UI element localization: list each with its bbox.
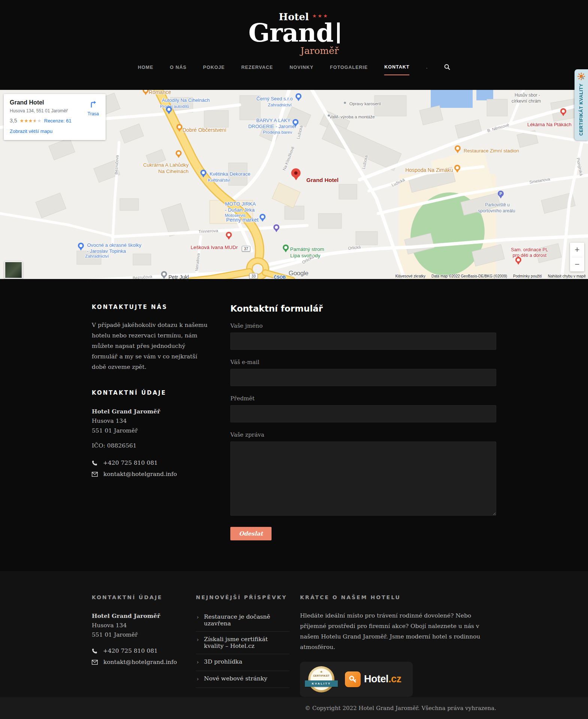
footer-post-link[interactable]: ›Získali jsme certifikát kvality – Hotel… <box>196 632 290 654</box>
hotelcz-logo[interactable]: Hotel.cz <box>345 671 401 687</box>
site-logo[interactable]: Hotel★★★ Grand Jaroměř <box>248 0 340 56</box>
submit-button[interactable]: Odeslat <box>230 527 272 540</box>
map-poi-label[interactable]: Romance <box>149 90 171 95</box>
nav-rezervace[interactable]: REZERVACE <box>241 65 273 75</box>
map-poi-label[interactable]: Památný strom <box>290 246 324 252</box>
message-textarea[interactable] <box>230 442 496 516</box>
map-pin-orange-icon[interactable] <box>455 145 461 151</box>
map-poi-label[interactable]: Petr Jukl <box>169 274 189 279</box>
map-pin-blue-icon[interactable] <box>166 106 172 112</box>
reviews-link[interactable]: Recenze: 61 <box>44 118 72 124</box>
address-line-2: 551 01 Jaroměř <box>92 426 212 436</box>
map-pin-purple-icon[interactable]: P <box>498 191 504 197</box>
map-pin-blue-icon[interactable] <box>260 214 266 220</box>
map-poi-label[interactable]: Restaurace Zimní stadion <box>464 148 519 154</box>
map-poi-label[interactable]: Ovocné a okrasné školky <box>87 242 141 248</box>
zoom-in-button[interactable]: + <box>570 243 584 257</box>
map-pin-ev-icon[interactable] <box>273 224 279 230</box>
footer-phone-number[interactable]: +420 725 810 081 <box>103 647 158 654</box>
map-poi-label[interactable]: Na Cihelnách <box>158 169 188 174</box>
contact-us-heading: KONTAKTUJTE NÁS <box>92 304 212 310</box>
google-map[interactable]: RomanceAutodily Na CihelnáchProdej autod… <box>0 90 588 279</box>
map-poi-label[interactable]: Lešková Ivana MUDr <box>191 245 238 250</box>
map-poi-label[interactable]: Zahradnictví <box>85 254 109 258</box>
name-input[interactable] <box>230 333 496 350</box>
map-pin-blue-icon[interactable] <box>293 119 298 125</box>
map-pin-dot-icon[interactable] <box>343 101 346 104</box>
email-input[interactable] <box>230 369 496 386</box>
satellite-view-toggle[interactable] <box>4 261 22 279</box>
zoom-out-button[interactable]: − <box>570 257 584 271</box>
map-pin-gray-icon[interactable] <box>161 271 167 277</box>
attribution-item[interactable]: Klávesové zkratky <box>395 274 425 278</box>
map-pin-red-icon[interactable] <box>560 108 566 114</box>
map-poi-label[interactable]: DROGERIE - Jaroměř <box>248 124 297 129</box>
map-pin-orange-icon[interactable] <box>454 165 460 171</box>
email-address[interactable]: kontakt@hotelgrand.info <box>103 471 177 477</box>
map-pin-green-icon[interactable] <box>283 245 289 251</box>
map-poi-label[interactable]: - Jaroslav Topinka <box>87 248 126 254</box>
map-poi-label[interactable]: sportovního areálu <box>478 208 515 213</box>
star-icon: ★ <box>37 118 42 124</box>
map-pin-orange-icon[interactable] <box>176 124 182 130</box>
quality-certificate-badge[interactable]: ★ CERTIFIKÁT KVALITY <box>308 666 334 692</box>
street-label: B. Němcové <box>487 122 510 133</box>
directions-button[interactable]: Trasa <box>88 100 99 116</box>
google-logo[interactable]: Google <box>288 270 308 277</box>
footer-email-address[interactable]: kontakt@hotelgrand.info <box>103 659 177 665</box>
map-pin-red-icon[interactable] <box>515 257 521 263</box>
map-poi-label[interactable]: Květinářství <box>208 178 230 182</box>
map-poi-label[interactable]: Prodej autodílů <box>160 104 189 109</box>
map-poi-label[interactable]: Hospoda Na Zimáku <box>405 167 453 173</box>
search-icon[interactable] <box>444 64 450 71</box>
attribution-item[interactable]: Podmínky použití <box>513 274 542 278</box>
map-poi-label[interactable]: MOTO JIRKA <box>225 201 256 207</box>
map-poi-label[interactable]: Lékárna Na Ptákách <box>527 122 572 127</box>
footer-post-link[interactable]: ›3D prohlídka <box>196 654 290 671</box>
latest-posts-heading: NEJNOVĚJŠÍ PŘÍSPĚVKY <box>196 594 290 600</box>
map-poi-label[interactable]: BARVY A LAKY <box>256 118 290 123</box>
nav-novinky[interactable]: NOVINKY <box>290 65 313 75</box>
larger-map-link[interactable]: Zobrazit větší mapu <box>10 128 52 134</box>
map-poi-label[interactable]: Dobré Občerstvení <box>182 127 227 133</box>
badge-box: ★ CERTIFIKÁT KVALITY Hotel.cz <box>300 662 413 697</box>
map-poi-label[interactable]: Lípa svobody <box>290 253 320 258</box>
map-poi-label[interactable]: - Dušan Jirka <box>225 207 255 213</box>
map-poi-label[interactable]: Parkoviště u <box>485 202 510 207</box>
nav-kontakt[interactable]: KONTAKT <box>384 64 409 75</box>
map-poi-label[interactable]: Penny market <box>226 217 258 223</box>
map-pin-orange-icon[interactable] <box>176 150 182 156</box>
nav-home[interactable]: HOME <box>138 65 154 75</box>
post-title: 3D prohlídka <box>204 658 242 665</box>
grand-hotel-marker-icon[interactable] <box>291 169 301 178</box>
map-poi-label[interactable]: Černý Seed s.r.o <box>257 96 293 101</box>
certificate-side-tab[interactable]: CERTIFIKÁT KVALITY <box>575 69 588 140</box>
map-poi-label[interactable]: Autodily Na Cihelnách <box>162 97 210 103</box>
map-poi-label[interactable]: Grand Hotel <box>306 177 339 183</box>
map-poi-label[interactable]: Zahradnictví <box>268 103 291 107</box>
map-poi-label[interactable]: Květinka Dekorace <box>209 171 250 177</box>
map-pin-blue-icon[interactable] <box>200 170 206 176</box>
map-pin-blue-icon[interactable] <box>78 243 84 249</box>
about-hotel-text: Hledáte ideální místo pro trávení rodinn… <box>300 611 496 653</box>
map-pin-blue-icon[interactable] <box>295 93 301 99</box>
info-card-address: Husova 134, 551 01 Jaroměř <box>10 108 100 113</box>
map-pin-orange-icon[interactable] <box>143 90 149 93</box>
nav-pokoje[interactable]: POKOJE <box>203 65 225 75</box>
attribution-item[interactable]: Nahlásit chybu v mapě <box>548 274 586 278</box>
footer-contact-heading: KONTAKTNÍ ÚDAJE <box>92 594 185 600</box>
footer-post-link[interactable]: ›Nové webové stránky <box>196 671 290 688</box>
map-poi-label[interactable]: Prodejna barev <box>263 130 292 134</box>
subject-input[interactable] <box>230 405 496 422</box>
nav-fotogalerie[interactable]: FOTOGALERIE <box>330 65 368 75</box>
map-poi-label[interactable]: ČSOB <box>274 275 286 279</box>
phone-number[interactable]: +420 725 810 081 <box>103 459 158 466</box>
street-label: Na Kloužkově <box>282 146 295 171</box>
map-pin-red-icon[interactable] <box>226 232 232 238</box>
map-poi-label[interactable]: Sam. ordinace PL <box>511 247 548 252</box>
map-poi-label[interactable]: Cukrárna A Lahůdky <box>143 162 189 168</box>
nav-o-n-s[interactable]: O NÁS <box>170 65 187 75</box>
footer-post-link[interactable]: ›Restaurace je dočasně uzavřena <box>196 609 290 632</box>
street-label: Orlická <box>348 245 361 251</box>
map-pin-dot-icon[interactable] <box>327 114 330 117</box>
